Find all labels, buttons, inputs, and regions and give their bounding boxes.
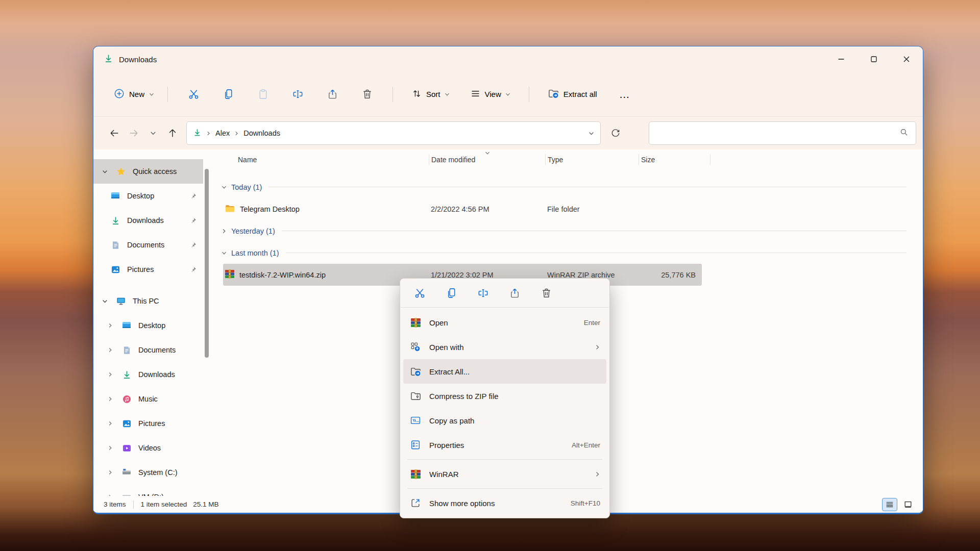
group-header-yesterday[interactable]: Yesterday (1) <box>222 220 923 242</box>
view-button[interactable]: View <box>464 84 517 105</box>
paste-button[interactable] <box>253 84 273 105</box>
winrar-icon <box>409 316 422 329</box>
pin-icon <box>189 241 197 249</box>
sidebar-item-pictures[interactable]: Pictures <box>93 257 203 282</box>
menu-item-label: Compress to ZIP file <box>429 392 600 400</box>
sidebar-item-this-pc[interactable]: This PC <box>93 289 203 313</box>
new-button[interactable]: New <box>109 84 159 105</box>
menu-item-winrar[interactable]: WinRAR <box>403 462 606 486</box>
share-button[interactable] <box>322 84 342 105</box>
cut-button[interactable] <box>407 282 432 304</box>
delete-button[interactable] <box>534 282 558 304</box>
back-button[interactable] <box>105 123 124 143</box>
search-input[interactable] <box>656 129 899 137</box>
group-divider-line <box>268 187 906 187</box>
copy-button[interactable] <box>218 84 238 105</box>
sidebar-label: Pictures <box>127 265 154 273</box>
chevron-down-icon <box>222 251 227 256</box>
breadcrumb-item-downloads[interactable]: Downloads <box>243 129 280 137</box>
file-size: 25,776 KB <box>641 271 696 279</box>
forward-button[interactable] <box>124 123 143 143</box>
column-label: Size <box>641 156 655 164</box>
sidebar-item-downloads[interactable]: Downloads <box>93 208 203 233</box>
menu-item-extract-all[interactable]: Extract All... <box>403 359 606 384</box>
sidebar-item-pc-videos[interactable]: Videos <box>93 436 203 460</box>
extract-all-button[interactable]: Extract all <box>542 84 603 105</box>
group-header-today[interactable]: Today (1) <box>222 176 923 198</box>
toolbar: New Sort <box>93 72 923 117</box>
menu-item-copy-as-path[interactable]: Copy as path <box>403 408 606 433</box>
sidebar-label: Music <box>138 395 158 403</box>
file-row-telegram-desktop[interactable]: Telegram Desktop 2/2/2022 4:56 PM File f… <box>223 198 702 220</box>
column-header-name[interactable]: Name <box>223 154 429 165</box>
up-button[interactable] <box>163 123 182 143</box>
chevron-down-icon <box>149 92 154 97</box>
column-header-date-modified[interactable]: Date modified <box>429 154 546 165</box>
sidebar-item-pc-system-c[interactable]: System (C:) <box>93 460 203 485</box>
menu-item-label: Properties <box>429 441 564 449</box>
sidebar-item-desktop[interactable]: Desktop <box>93 184 203 208</box>
cut-button[interactable] <box>183 84 204 105</box>
rename-button[interactable] <box>471 282 495 304</box>
menu-item-compress-to-zip[interactable]: Compress to ZIP file <box>403 384 606 408</box>
delete-button[interactable] <box>357 84 377 105</box>
sidebar-label: Videos <box>138 444 161 452</box>
see-more-button[interactable]: … <box>615 84 635 105</box>
share-button[interactable] <box>502 282 527 304</box>
search-box[interactable] <box>649 121 916 145</box>
breadcrumb-item-alex[interactable]: Alex <box>215 129 230 137</box>
chevron-right-icon <box>107 494 114 496</box>
maximize-button[interactable] <box>857 46 890 72</box>
copy-path-icon <box>409 414 422 427</box>
sort-descending-icon <box>485 149 490 157</box>
close-button[interactable] <box>890 46 923 72</box>
minimize-button[interactable] <box>825 46 857 72</box>
search-icon <box>899 128 909 139</box>
sidebar: Quick access Desktop Downloads Documents <box>93 149 203 496</box>
address-dropdown-chevron[interactable] <box>589 131 594 136</box>
menu-item-open[interactable]: Open Enter <box>403 310 606 335</box>
menu-item-open-with[interactable]: Open with <box>403 335 606 359</box>
sidebar-item-pc-pictures[interactable]: Pictures <box>93 411 203 436</box>
sidebar-item-pc-downloads[interactable]: Downloads <box>93 362 203 387</box>
sidebar-item-pc-desktop[interactable]: Desktop <box>93 313 203 338</box>
chevron-down-icon <box>101 169 108 174</box>
items-count: 3 items <box>104 500 126 508</box>
sidebar-item-quick-access[interactable]: Quick access <box>93 159 203 184</box>
rename-button[interactable] <box>287 84 308 105</box>
sidebar-item-documents[interactable]: Documents <box>93 233 203 257</box>
menu-item-show-more-options[interactable]: Show more options Shift+F10 <box>403 491 606 515</box>
recent-locations-chevron[interactable] <box>143 123 163 143</box>
winrar-icon <box>225 269 235 281</box>
sort-button-label: Sort <box>426 90 440 98</box>
sidebar-item-pc-vm-d[interactable]: VM (D:) <box>93 485 203 496</box>
file-name: testdisk-7.2-WIP.win64.zip <box>239 271 326 279</box>
view-icon <box>470 88 481 101</box>
extract-folder-icon <box>548 88 559 101</box>
refresh-button[interactable] <box>606 123 625 143</box>
chevron-down-icon <box>505 92 510 97</box>
large-icons-view-toggle[interactable] <box>900 498 916 511</box>
sidebar-scrollbar[interactable] <box>203 149 210 496</box>
address-bar[interactable]: Alex Downloads <box>186 121 601 145</box>
chevron-right-icon <box>107 470 114 475</box>
column-header-size[interactable]: Size <box>639 154 710 165</box>
group-header-last-month[interactable]: Last month (1) <box>222 242 923 264</box>
column-header-type[interactable]: Type <box>546 154 639 165</box>
sidebar-item-pc-documents[interactable]: Documents <box>93 338 203 362</box>
context-menu: Open Enter Open with Extract All... Comp… <box>400 278 610 518</box>
copy-button[interactable] <box>439 282 463 304</box>
sidebar-label: Desktop <box>138 321 165 330</box>
scrollbar-thumb[interactable] <box>205 169 209 358</box>
menu-item-label: Show more options <box>429 499 563 508</box>
menu-item-properties[interactable]: Properties Alt+Enter <box>403 433 606 457</box>
sidebar-label: Documents <box>138 346 176 354</box>
chevron-right-icon <box>107 323 114 328</box>
file-list: Today (1) Telegram Desktop 2/2/2022 4:56… <box>210 176 923 286</box>
chevron-down-icon <box>101 298 108 304</box>
details-view-toggle[interactable] <box>882 498 897 511</box>
sort-button[interactable]: Sort <box>405 84 456 105</box>
sidebar-item-pc-music[interactable]: Music <box>93 387 203 411</box>
zip-folder-icon <box>409 390 422 402</box>
properties-icon <box>409 439 422 451</box>
